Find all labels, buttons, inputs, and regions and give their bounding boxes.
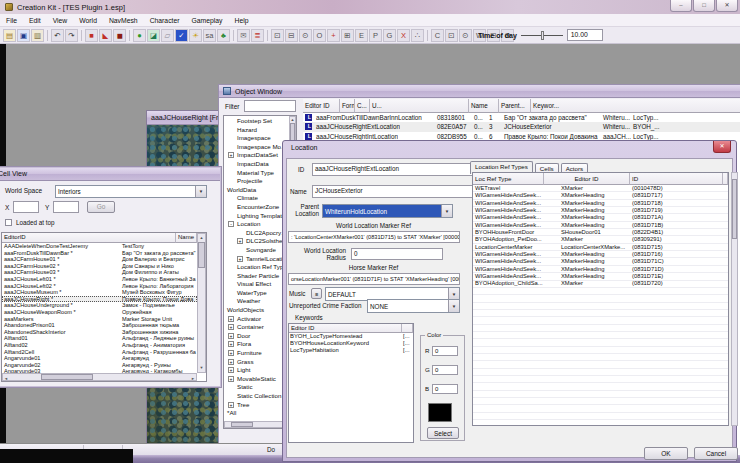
Заброшенная тюрьма[interactable]: AbandonedPrison01Заброшенная тюрьма	[2, 322, 197, 329]
menu-item[interactable]: NavMesh	[103, 14, 144, 27]
Заброшенная хижина[interactable]: AbandonedShackInteriorЗаброшенная хижина	[2, 329, 197, 336]
tree-item[interactable]: +Furniture	[224, 349, 289, 358]
menu-item[interactable]: View	[47, 14, 74, 27]
tree-item[interactable]: Imagespace Modifier	[224, 143, 289, 152]
snap-to-angle-icon[interactable]: ◣	[99, 29, 112, 42]
footsteps-icon[interactable]: ∴	[411, 29, 424, 42]
redo-icon[interactable]: ↷	[65, 29, 78, 42]
tree-item[interactable]: Weather	[224, 297, 289, 306]
menu-item[interactable]: Gameplay	[185, 14, 228, 27]
light-picker-icon[interactable]: ☀	[189, 29, 202, 42]
x-coordinate-field[interactable]	[13, 201, 39, 213]
tree-item[interactable]: ImpactData	[224, 160, 289, 169]
tree-item[interactable]: Material Type	[224, 169, 289, 178]
Бар "От заката до рассвета"[interactable]: aaaFromDuskTillDawnBar *Бар "От заката д…	[2, 250, 197, 257]
column-header[interactable]: C...	[355, 99, 370, 113]
ref-type-row[interactable]: LocationCenterMarker LocationCenterXMark…	[473, 244, 728, 251]
cell-window-icon[interactable]: ⊟	[285, 29, 298, 42]
tree-expander[interactable]: +	[228, 350, 234, 356]
JCHouseExterior[interactable]: LaaaJCHouseRightExtLocation 082E0A57 0..…	[303, 122, 740, 131]
tree-item[interactable]: +TamrielLocations	[224, 255, 289, 264]
time-of-day-slider[interactable]	[521, 35, 563, 36]
render-window-icon[interactable]: ⊡	[271, 29, 284, 42]
camera-window-icon[interactable]: C	[431, 29, 444, 42]
title-bar[interactable]: Creation Kit - [TES Plugin 1.esp] – □ ✕	[0, 0, 740, 14]
Дом Валерио и Беатрис[interactable]: aaaJCFarmHouse01 *Дом Валерио и Беатрис	[2, 256, 197, 263]
ref-type-row[interactable]: WIGamesHideAndSeek... XMarkerHeading (08…	[473, 214, 728, 221]
toolbar-icon[interactable]	[45, 29, 50, 42]
object-window-title[interactable]: Object Window	[219, 85, 740, 98]
tree-item[interactable]: EncounterZone	[224, 203, 289, 212]
tree-item[interactable]: WorldData	[224, 186, 289, 195]
tree-item[interactable]: +Tree	[224, 401, 289, 410]
tree-item[interactable]: +MovableStatic	[224, 375, 289, 384]
tree-item[interactable]: +Flora	[224, 340, 289, 349]
snap-to-grid-icon[interactable]: ■	[85, 29, 98, 42]
Оружейная[interactable]: aaaJCHouseWeaponRoom *Оружейная	[2, 309, 197, 316]
tree-item[interactable]: +DLC2Solstheim	[224, 237, 289, 246]
tree-item[interactable]: Static	[224, 383, 289, 392]
select-color-button[interactable]: Select	[427, 427, 459, 439]
minimize-button[interactable]: –	[670, 0, 692, 12]
world-marker-ref-field[interactable]: : 'LocationCenterXMarker001' (0831D715) …	[288, 231, 460, 243]
tree-item[interactable]: Hazard	[224, 126, 289, 135]
grid-window-icon[interactable]: ⊞	[341, 29, 354, 42]
y-coordinate-field[interactable]	[53, 201, 79, 213]
tree-expander[interactable]: +	[237, 256, 243, 262]
Ангарвунд - Руины[interactable]: Angarvunde02Ангарвунд - Руины	[2, 362, 197, 369]
world-space-combo[interactable]: Interiors▼	[55, 185, 207, 198]
tree-item[interactable]: DLC2Apocrypha	[224, 229, 289, 238]
gallery-window-icon[interactable]: G	[383, 29, 396, 42]
Бар "От заката до рассвета"[interactable]: LaaaFromDuskTillDawnBarInnLocation 08318…	[303, 113, 740, 122]
tree-item[interactable]: Visual Effect	[224, 280, 289, 289]
r-field[interactable]: 0	[432, 346, 458, 356]
object-window-icon[interactable]: O	[313, 29, 326, 42]
navmesh-icon[interactable]: ≣	[251, 29, 264, 42]
preferences-icon[interactable]: ▥	[31, 29, 44, 42]
tree-item[interactable]: +Door	[224, 332, 289, 341]
column-header[interactable]: EditorID	[2, 233, 176, 243]
loaded-at-top-checkbox[interactable]	[5, 219, 12, 226]
Замок - Подземелье[interactable]: aaaJCHouseUnderground *Замок - Подземель…	[2, 302, 197, 309]
Музей Восковых Фигур[interactable]: aaaJCHouseMuseum *Музей Восковых Фигур	[2, 289, 197, 296]
b-field[interactable]: 0	[432, 384, 458, 394]
snap-to-reference-icon[interactable]: ◼	[113, 29, 126, 42]
crime-faction-combo[interactable]: NONE▼	[367, 299, 460, 313]
vertical-scrollbar[interactable]: ▲▼	[197, 233, 206, 373]
tree-item[interactable]: Imagespace	[224, 134, 289, 143]
keyword-row[interactable]: LocTypeHabitation[...	[289, 347, 413, 354]
world-sphere-icon[interactable]: ●	[133, 29, 146, 42]
Marker Storage Unit[interactable]: aaaMarkersMarker Storage Unit	[2, 316, 197, 323]
toolbar-icon[interactable]	[127, 29, 132, 42]
tree-item[interactable]: Static Collection	[224, 392, 289, 401]
column-header[interactable]: Name	[176, 233, 197, 243]
column-header[interactable]: Editor ID	[303, 99, 340, 113]
column-header[interactable]: ID	[630, 173, 723, 185]
horse-marker-ref-field[interactable]: orseLocationMarker001' (0831D71F) to STA…	[288, 273, 460, 285]
tree-item[interactable]: +Grass	[224, 358, 289, 367]
tree-expander[interactable]: +	[228, 402, 234, 408]
object-palette-icon[interactable]: ▱	[161, 29, 174, 42]
tree-item[interactable]: Shader Particle	[224, 272, 289, 281]
Дом Филиппо и Агаты[interactable]: aaaJCFarmHouse03 *Дом Филиппо и Агаты	[2, 269, 197, 276]
ref-type-row[interactable]: WETravel XMarker (0010478D)	[473, 185, 728, 192]
ref-type-row[interactable]: WIGamesHideAndSeek... XMarkerHeading (08…	[473, 258, 728, 265]
column-header[interactable]: Editor ID	[544, 173, 630, 185]
tree-item[interactable]: +Activator	[224, 315, 289, 324]
Альфтанд - Ледяные руины[interactable]: Alftand01Альфтанд - Ледяные руины	[2, 335, 197, 342]
menu-item[interactable]: Edit	[23, 14, 47, 27]
data-folder-icon[interactable]: ▤	[3, 29, 16, 42]
toolbar-icon[interactable]	[265, 29, 270, 42]
Дом Санары и Нико[interactable]: aaaJCFarmHouse02 *Дом Санары и Нико	[2, 263, 197, 270]
close-button[interactable]: ✕	[716, 0, 738, 12]
world-radius-field[interactable]: 0	[351, 248, 443, 260]
Альфтанд - Аниматория[interactable]: Alftand02Альфтанд - Аниматория	[2, 342, 197, 349]
tree-expander[interactable]: +	[228, 359, 234, 365]
tree-item[interactable]: +ImpactDataSet	[224, 151, 289, 160]
music-list-icon[interactable]: ≡	[311, 288, 322, 299]
TestTony[interactable]: AAADeleteWhenDoneTestJeremyTestTony	[2, 243, 197, 250]
landscape-edit-icon[interactable]: ◪	[147, 29, 160, 42]
save-icon[interactable]: ▣	[17, 29, 30, 42]
Правое Крыло: Покои Дова[interactable]: aaaJCHouseRight *Правое Крыло: Покои Дов…	[2, 296, 197, 303]
chevron-down-icon[interactable]: ▼	[448, 300, 459, 312]
